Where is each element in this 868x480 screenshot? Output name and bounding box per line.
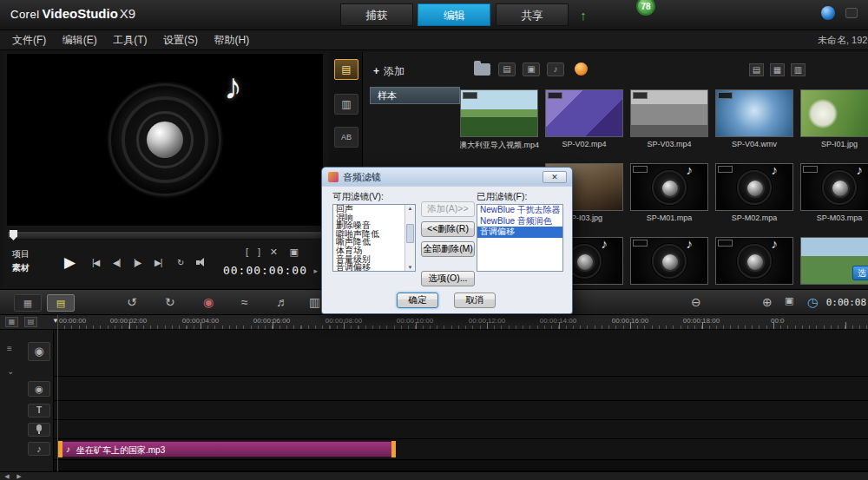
library-item[interactable]: SP-M01.mpa bbox=[630, 161, 712, 232]
mark-in-button[interactable]: [ bbox=[246, 247, 248, 257]
home-frame-button[interactable]: |◀ bbox=[92, 258, 99, 267]
title-track-icon[interactable]: T bbox=[28, 404, 50, 418]
remove-filter-button[interactable]: <<删除(R) bbox=[421, 221, 475, 237]
menu-edit[interactable]: 编辑(E) bbox=[62, 30, 97, 50]
scrollbar-thumb[interactable] bbox=[406, 224, 414, 243]
library-item[interactable] bbox=[630, 234, 712, 289]
scroll-up-icon[interactable]: ▲ bbox=[405, 206, 415, 211]
preview-video-area[interactable]: ♪ bbox=[7, 54, 323, 226]
tab-capture[interactable]: 捕获 bbox=[340, 3, 413, 26]
horizontal-scrollbar[interactable]: ◀ ▶ bbox=[0, 471, 868, 480]
library-item[interactable]: SP-M02.mpa bbox=[715, 161, 797, 232]
track-manager-icon[interactable]: ▥ bbox=[309, 295, 320, 309]
library-item[interactable]: SP-M03.mpa bbox=[800, 161, 868, 232]
preview-scrubber[interactable] bbox=[7, 231, 323, 240]
auto-music-icon[interactable]: ♬ bbox=[276, 295, 288, 309]
list-view-icon[interactable]: ▤ bbox=[749, 63, 764, 76]
library-item[interactable]: SP-V03.mp4 bbox=[630, 87, 712, 158]
tab-edit[interactable]: 编辑 bbox=[418, 3, 490, 26]
timecode-spinner-icon[interactable]: ▸ bbox=[313, 266, 318, 275]
video-thumbnail[interactable] bbox=[460, 89, 538, 137]
clock-icon[interactable]: ◷ bbox=[807, 295, 818, 309]
timeline-view-button[interactable]: ▤ bbox=[47, 294, 75, 312]
next-frame-button[interactable]: |▶ bbox=[134, 258, 141, 267]
scroll-left-icon[interactable]: ◀ bbox=[2, 473, 12, 480]
video-thumbnail[interactable] bbox=[545, 89, 623, 137]
list-scrollbar[interactable]: ▲ ▼ bbox=[404, 205, 415, 271]
split-clip-button[interactable]: ✕ bbox=[270, 247, 278, 258]
record-capture-icon[interactable]: ◉ bbox=[203, 295, 214, 309]
cancel-button[interactable]: 取消 bbox=[454, 293, 496, 308]
menu-file[interactable]: 文件(F) bbox=[12, 30, 46, 50]
ok-button[interactable]: 确定 bbox=[397, 293, 438, 308]
photo-thumbnail[interactable] bbox=[800, 89, 868, 137]
timecode-display[interactable]: 00:00:00:00 bbox=[223, 264, 307, 277]
available-filters-list[interactable]: 回声 混响 删除噪音 噼啪声降低 嘶声降低 体育场 音量级别 音调偏移 ▲ ▼ bbox=[332, 204, 416, 272]
menu-tools[interactable]: 工具(T) bbox=[113, 30, 147, 50]
video-thumbnail[interactable] bbox=[715, 89, 793, 137]
clip-trim-right-handle[interactable] bbox=[391, 441, 396, 457]
menu-help[interactable]: 帮助(H) bbox=[214, 30, 249, 50]
audio-filter-icon[interactable]: ♪ bbox=[547, 62, 564, 76]
audio-thumbnail[interactable] bbox=[715, 163, 793, 211]
applied-filters-list[interactable]: NewBlue 干扰去除器 NewBlue 音频润色 音调偏移 bbox=[477, 204, 563, 272]
enlarge-preview-button[interactable]: ▣ bbox=[290, 247, 299, 258]
library-item[interactable] bbox=[800, 234, 868, 289]
undo-icon[interactable]: ↺ bbox=[127, 295, 137, 309]
library-item[interactable]: SP-V02.mp4 bbox=[545, 87, 627, 158]
chevron-down-icon[interactable]: ⌄ bbox=[7, 366, 14, 376]
ripple-edit-icon[interactable]: ▤ bbox=[24, 317, 37, 327]
applied-filter-item[interactable]: NewBlue 干扰去除器 bbox=[477, 205, 562, 216]
storyboard-view-button[interactable]: ▦ bbox=[14, 294, 42, 312]
play-button[interactable]: ▶ bbox=[64, 253, 76, 272]
select-button[interactable]: 选 bbox=[852, 266, 868, 280]
repeat-button[interactable]: ↻ bbox=[177, 258, 183, 267]
clip-trim-left-handle[interactable] bbox=[58, 441, 62, 457]
track-list-icon[interactable]: ≡ bbox=[7, 344, 12, 353]
zoom-in-icon[interactable]: ⊕ bbox=[762, 295, 773, 309]
playhead-line[interactable] bbox=[57, 315, 58, 471]
scroll-right-icon[interactable]: ▶ bbox=[14, 473, 24, 480]
photo-filter-icon[interactable]: ▣ bbox=[523, 62, 540, 76]
tab-share[interactable]: 共享 bbox=[496, 3, 569, 26]
menu-settings[interactable]: 设置(S) bbox=[163, 30, 198, 50]
options-button[interactable]: 选项(O)... bbox=[421, 271, 475, 286]
library-item[interactable] bbox=[715, 234, 797, 289]
add-filter-button[interactable]: 添加(A)>> bbox=[421, 201, 475, 217]
tray-icon[interactable] bbox=[845, 8, 858, 18]
video-track[interactable] bbox=[0, 330, 868, 377]
zoom-out-icon[interactable]: ⊖ bbox=[691, 295, 701, 309]
voice-track[interactable] bbox=[0, 420, 868, 439]
prev-frame-button[interactable]: ◀| bbox=[113, 258, 120, 267]
scrubber-thumb[interactable] bbox=[10, 230, 17, 240]
show-all-tracks-icon[interactable]: ▦ bbox=[5, 317, 18, 327]
mode-project-button[interactable]: 项目 bbox=[12, 248, 30, 260]
audio-thumbnail[interactable] bbox=[715, 237, 793, 285]
remove-all-button[interactable]: 全部删除(M) bbox=[421, 241, 475, 257]
color-pattern-icon[interactable] bbox=[575, 62, 588, 76]
filter-item[interactable]: 音调偏移 bbox=[333, 263, 415, 272]
scroll-down-icon[interactable]: ▼ bbox=[405, 265, 415, 270]
video-thumbnail[interactable] bbox=[630, 89, 708, 137]
audio-thumbnail[interactable] bbox=[800, 163, 868, 211]
audio-thumbnail[interactable] bbox=[630, 237, 708, 285]
timeline-ruler[interactable]: ▦ ▤ ▼ 00:00:00 00:00:02:00 00:00:04:00 0… bbox=[0, 315, 868, 330]
guide-globe-icon[interactable] bbox=[821, 6, 835, 20]
voice-track-icon[interactable] bbox=[28, 423, 50, 437]
sample-folder-item[interactable]: 样本 bbox=[370, 87, 460, 104]
title-track[interactable] bbox=[0, 401, 868, 420]
thumb-view-icon[interactable]: ▦ bbox=[770, 63, 785, 76]
audio-thumbnail[interactable] bbox=[630, 163, 708, 211]
redo-icon[interactable]: ↻ bbox=[165, 295, 175, 309]
close-icon[interactable]: ✕ bbox=[542, 171, 567, 183]
mark-out-button[interactable]: ] bbox=[258, 247, 260, 257]
library-item[interactable]: SP-V04.wmv bbox=[715, 87, 797, 158]
title-ab-icon[interactable]: AB bbox=[334, 127, 358, 148]
library-item[interactable]: SP-I01.jpg bbox=[800, 87, 868, 158]
add-folder-button[interactable]: +添加 bbox=[373, 64, 404, 79]
applied-filter-item[interactable]: NewBlue 音频润色 bbox=[477, 216, 562, 227]
overlay-track[interactable] bbox=[0, 377, 868, 401]
music-track-icon[interactable]: ♪ bbox=[28, 442, 50, 456]
music-clip[interactable]: ♪ 坐在矿车上的国家.mp3 bbox=[58, 441, 396, 457]
fit-timeline-icon[interactable]: ▣ bbox=[785, 295, 793, 306]
